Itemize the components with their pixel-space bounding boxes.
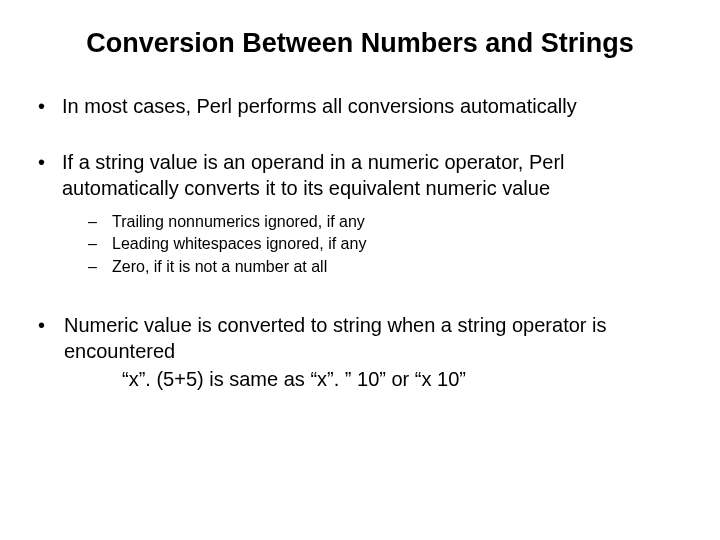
sub-bullet-text: Leading whitespaces ignored, if any (106, 233, 686, 255)
slide-title: Conversion Between Numbers and Strings (34, 28, 686, 59)
sub-bullet-text: Zero, if it is not a number at all (106, 256, 686, 278)
bullet-dot-icon: • (34, 149, 56, 201)
bullet-dot-icon: • (34, 93, 56, 119)
sub-bullet-text: Trailing nonnumerics ignored, if any (106, 211, 686, 233)
dash-icon: – (88, 211, 106, 233)
bullet-text: If a string value is an operand in a num… (56, 149, 686, 201)
dash-icon: – (88, 256, 106, 278)
bullet-dot-icon: • (34, 312, 56, 364)
bullet-text: Numeric value is converted to string whe… (56, 312, 686, 364)
bullet-item-3: • Numeric value is converted to string w… (34, 312, 686, 364)
bullet-text: In most cases, Perl performs all convers… (56, 93, 686, 119)
bullet-item-2: • If a string value is an operand in a n… (34, 149, 686, 201)
dash-icon: – (88, 233, 106, 255)
sub-bullet-item: – Leading whitespaces ignored, if any (88, 233, 686, 255)
bullet-item-1: • In most cases, Perl performs all conve… (34, 93, 686, 119)
sub-bullet-item: – Trailing nonnumerics ignored, if any (88, 211, 686, 233)
sub-bullet-list: – Trailing nonnumerics ignored, if any –… (88, 211, 686, 278)
sub-bullet-item: – Zero, if it is not a number at all (88, 256, 686, 278)
bullet-example-text: “x”. (5+5) is same as “x”. ” 10” or “x 1… (122, 366, 686, 393)
